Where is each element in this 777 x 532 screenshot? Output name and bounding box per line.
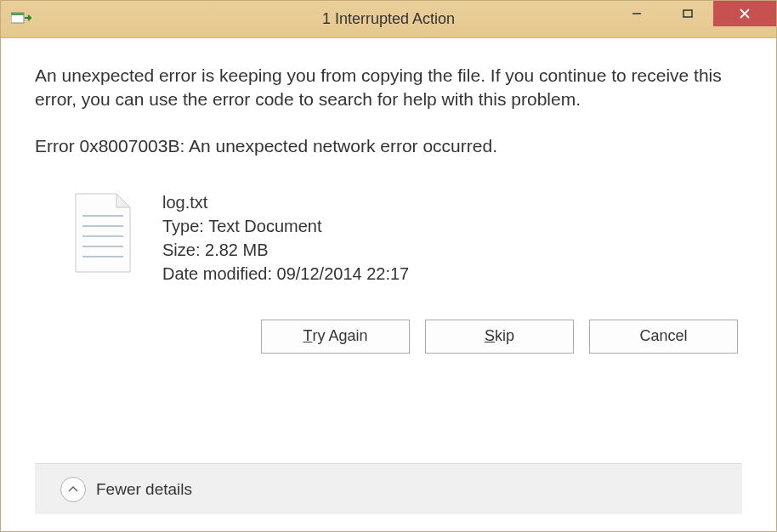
- dialog-footer: Fewer details: [35, 463, 742, 514]
- error-code: Error 0x8007003B: An unexpected network …: [35, 136, 742, 156]
- skip-label: kip: [495, 327, 514, 345]
- chevron-up-icon: [60, 477, 86, 502]
- try-again-accelerator: T: [303, 327, 312, 345]
- try-again-label: ry Again: [312, 327, 367, 345]
- details-toggle[interactable]: Fewer details: [60, 477, 192, 502]
- maximize-icon: [683, 8, 693, 19]
- cancel-label: Cancel: [639, 327, 687, 345]
- minimize-button[interactable]: [611, 1, 662, 26]
- file-type-value: Text Document: [208, 217, 321, 235]
- details-label: Fewer details: [96, 480, 192, 499]
- file-type-row: Type: Text Document: [162, 214, 409, 238]
- file-size-label: Size:: [162, 241, 200, 259]
- skip-accelerator: S: [485, 327, 495, 345]
- close-icon: [739, 8, 751, 20]
- file-modified-row: Date modified: 09/12/2014 22:17: [162, 262, 409, 286]
- file-info: log.txt Type: Text Document Size: 2.82 M…: [69, 190, 742, 286]
- file-modified-label: Date modified:: [162, 264, 272, 283]
- svg-rect-3: [683, 10, 692, 17]
- maximize-button[interactable]: [662, 1, 713, 26]
- cancel-button[interactable]: Cancel: [589, 320, 738, 354]
- dialog-window: 1 Interrupted Action An unexpected erro: [0, 0, 777, 532]
- button-row: Try Again Skip Cancel: [35, 320, 742, 354]
- app-icon: [9, 9, 33, 30]
- svg-rect-1: [11, 13, 24, 15]
- skip-button[interactable]: Skip: [425, 320, 574, 354]
- file-size-row: Size: 2.82 MB: [162, 238, 409, 262]
- close-button[interactable]: [713, 1, 776, 26]
- file-type-label: Type:: [162, 217, 204, 235]
- minimize-icon: [632, 8, 642, 19]
- window-controls: [611, 1, 776, 37]
- titlebar: 1 Interrupted Action: [1, 1, 776, 38]
- dialog-content: An unexpected error is keeping you from …: [1, 38, 776, 531]
- text-document-icon: [69, 190, 137, 275]
- try-again-button[interactable]: Try Again: [261, 320, 410, 354]
- file-modified-value: 09/12/2014 22:17: [277, 264, 410, 283]
- error-message: An unexpected error is keeping you from …: [35, 64, 742, 112]
- file-details: log.txt Type: Text Document Size: 2.82 M…: [162, 190, 409, 286]
- file-name: log.txt: [162, 190, 409, 214]
- file-size-value: 2.82 MB: [205, 241, 268, 259]
